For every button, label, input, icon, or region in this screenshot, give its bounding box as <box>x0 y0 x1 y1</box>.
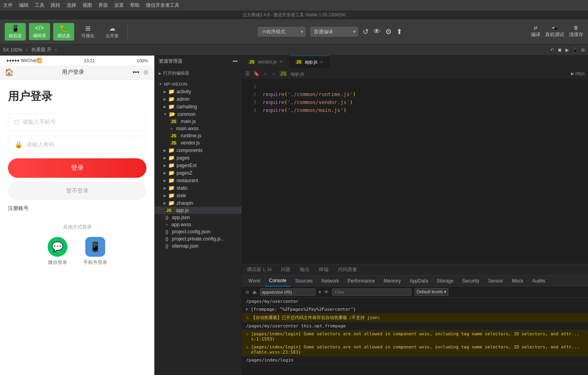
folder-pagesZ[interactable]: ▶ 📁 pagesZ <box>155 169 242 177</box>
console-filter-input[interactable] <box>332 288 411 296</box>
file-vendor-js[interactable]: JS vendor.js <box>155 139 242 146</box>
menu-item-view[interactable]: 视图 <box>83 2 92 9</box>
login-button[interactable]: 登录 <box>8 158 146 178</box>
code-content[interactable]: 1 2 require('./common/runtime.js') 3 req… <box>242 79 588 264</box>
folder-restaurant[interactable]: ▶ 📁 restaurant <box>155 177 242 184</box>
phone-input-field[interactable]: □ 请输入手机号 <box>8 113 146 131</box>
menu-item-jump[interactable]: 跳转 <box>51 2 60 9</box>
devtools-tab-network[interactable]: Network <box>317 275 343 287</box>
debugger-button[interactable]: 🐛 调试器 <box>53 23 74 40</box>
folder-carhailing[interactable]: ▶ 📁 carhailing <box>155 103 242 110</box>
upload-button[interactable]: ⬆ <box>396 27 402 36</box>
devtools-tab-wxml[interactable]: Wxml <box>244 275 264 287</box>
visualize-button[interactable]: ⊞ 可视化 <box>77 23 98 40</box>
app-tab-close[interactable]: ✕ <box>320 60 323 64</box>
file-project-private[interactable]: {} project.private.config.js... <box>155 235 242 242</box>
folder-components[interactable]: ▶ 📁 components <box>155 146 242 154</box>
folder-activity[interactable]: ▶ 📁 activity <box>155 88 242 95</box>
msg-collapse-2[interactable]: ▶ <box>246 307 248 311</box>
menu-item-select[interactable]: 选择 <box>67 2 76 9</box>
console-tab-output[interactable]: 输出 <box>298 264 311 275</box>
file-explorer-more[interactable]: ••• <box>233 59 238 64</box>
zoom-label[interactable]: 5X 100% <box>3 47 23 53</box>
menu-item-settings[interactable]: 设置 <box>114 2 124 9</box>
folder-admin[interactable]: ▶ 📁 admin <box>155 95 242 103</box>
refresh-button[interactable]: ↺ <box>363 27 369 36</box>
file-runtime-js[interactable]: JS runtime.js <box>155 132 242 139</box>
hot-reload-label[interactable]: 热重载 开 <box>31 46 52 53</box>
folder-xixie[interactable]: ▶ 📁 xixie <box>155 192 242 199</box>
compile-select[interactable]: 普通编译 <box>310 27 358 37</box>
tab-app-js[interactable]: JS app.js ✕ <box>289 56 330 68</box>
file-app-js[interactable]: JS app.js <box>155 207 242 214</box>
menu-item-tools[interactable]: 工具 <box>35 2 44 9</box>
tab-vendor-js[interactable]: JS vendor.js ✕ <box>242 56 289 68</box>
cloud-button[interactable]: ☁ 云开发 <box>102 23 123 40</box>
folder-zhaopin[interactable]: ▶ 📁 zhaopin <box>155 199 242 207</box>
devtools-tab-security[interactable]: Security <box>458 275 483 287</box>
compile2-btn[interactable]: ▶ <box>565 47 569 53</box>
file-app-json[interactable]: {} app.json <box>155 214 242 221</box>
console-tab-quality[interactable]: 代码质量 <box>336 264 359 275</box>
devtools-tab-performance[interactable]: Performance <box>344 275 379 287</box>
menu-item-interface[interactable]: 界面 <box>98 2 108 9</box>
file-main-wxss[interactable]: ≈ main.wxss <box>155 125 242 132</box>
menu-item-file[interactable]: 文件 <box>3 2 13 9</box>
clean-button[interactable]: 🗑 清缓存 <box>569 25 583 38</box>
console-filter-level[interactable]: Default levels ▾ <box>415 288 448 296</box>
mode-select-wrap[interactable]: 小程序模式 <box>258 27 306 37</box>
console-tab-debugger[interactable]: 调试器 1, 34 <box>245 264 273 275</box>
editor-button[interactable]: </> 编辑器 <box>29 23 50 40</box>
folder-pagesExt[interactable]: ▶ 📁 pagesExt <box>155 162 242 169</box>
file-main-js[interactable]: JS main.js <box>155 118 242 125</box>
devtools-tab-memory[interactable]: Memory <box>380 275 405 287</box>
folder-static[interactable]: ▶ 📁 static <box>155 184 242 192</box>
file-project-config[interactable]: {} project.config.json <box>155 228 242 235</box>
settings2-button[interactable]: ⚙ <box>385 27 392 36</box>
console-eye-icon[interactable]: 👁 <box>324 289 329 295</box>
guest-login-button[interactable]: 暂不登录 <box>8 182 146 200</box>
editor-forward-icon[interactable]: → <box>271 71 276 77</box>
devtools-tab-mock[interactable]: Mock <box>508 275 527 287</box>
translate-button[interactable]: ⇄ 编译 <box>531 25 540 38</box>
wechat-login-btn[interactable]: 💬 微信登录 <box>48 237 67 266</box>
menu-item-help[interactable]: 帮助 <box>130 2 140 9</box>
vendor-tab-close[interactable]: ✕ <box>279 60 282 64</box>
password-input-field[interactable]: 🔒 请输入密码 <box>8 136 146 154</box>
phone-btn[interactable]: 📱 <box>572 47 578 53</box>
simulator-button[interactable]: 📱 模拟器 <box>5 23 26 40</box>
editor-menu-icon[interactable]: ☰ <box>245 71 250 77</box>
console-clear-icon[interactable]: ⊘ <box>245 289 249 295</box>
stop-btn[interactable]: ⏹ <box>557 47 562 53</box>
editor-bookmark-icon[interactable]: 🔖 <box>253 71 259 77</box>
console-expand-icon[interactable]: ⏏ <box>252 289 257 295</box>
devtools-tab-sources[interactable]: Sources <box>291 275 317 287</box>
folder-common[interactable]: ▼ 📂 common <box>155 110 242 118</box>
console-tab-issues[interactable]: 问题 <box>279 264 292 275</box>
devtools-tab-appdata[interactable]: AppData <box>405 275 432 287</box>
more-icon[interactable]: ••• <box>133 69 139 76</box>
compile-select-wrap[interactable]: 普通编译 <box>310 27 358 37</box>
menu-item-devtools[interactable]: 微信开发者工具 <box>146 2 179 9</box>
preview-button[interactable]: 👁 <box>373 27 380 36</box>
open-editors-label[interactable]: ▶ 打开的编辑器 <box>155 69 242 77</box>
record-icon[interactable]: ⏺ <box>142 68 150 77</box>
menu-item-edit[interactable]: 编辑 <box>19 2 29 9</box>
devtools-tab-console[interactable]: Console <box>265 275 290 287</box>
devtools-tab-sensor[interactable]: Sensor <box>484 275 507 287</box>
phone-login-btn[interactable]: 📱 手机号登录 <box>83 237 107 266</box>
register-link[interactable]: 注册账号 <box>8 205 146 212</box>
copy-btn[interactable]: ⧉ <box>581 47 585 53</box>
real-test-button[interactable]: 📲 真机调试 <box>545 25 564 38</box>
editor-back-icon[interactable]: ← <box>263 71 268 77</box>
console-tab-terminal[interactable]: 终端 <box>317 264 330 275</box>
devtools-tab-audits[interactable]: Audits <box>528 275 549 287</box>
devtools-tab-storage[interactable]: Storage <box>433 275 457 287</box>
mode-select[interactable]: 小程序模式 <box>258 27 306 37</box>
service-dropdown-icon[interactable]: ▾ <box>319 289 321 295</box>
undo-btn[interactable]: ↶ <box>550 47 554 53</box>
file-app-wxss[interactable]: ≈ app.wxss <box>155 221 242 228</box>
file-sitemap[interactable]: {} sitemap.json <box>155 242 242 250</box>
service-select[interactable]: appservice (#6) <box>260 288 315 296</box>
folder-pages[interactable]: ▶ 📁 pages <box>155 154 242 162</box>
